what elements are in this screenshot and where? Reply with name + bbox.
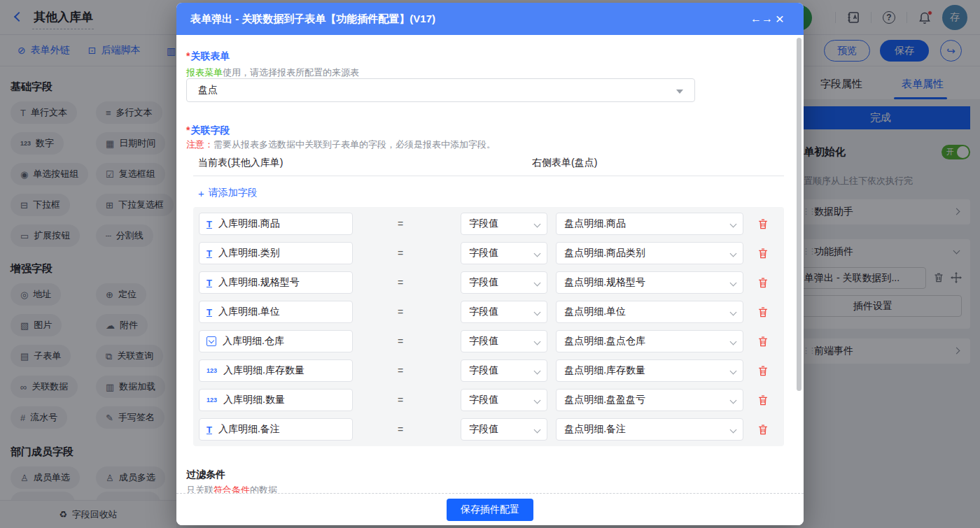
equals-sign: = [398,394,403,406]
chevron-down-icon [534,427,541,434]
right-field-select[interactable]: 盘点明细.备注 [556,418,743,441]
chevron-down-icon [730,368,737,375]
right-field-select[interactable]: 盘点明细.商品类别 [556,242,743,264]
field-mapping-list: T 入库明细.商品 = 字段值 盘点明细.商品 T 入库明细.类别 = 字段值 … [193,207,784,446]
left-field-input[interactable]: 123 入库明细.数量 [199,389,353,411]
filter-condition-description: 只关联符合条件的数据 [186,484,784,493]
field-mapping-row: 入库明细.仓库 = 字段值 盘点明细.盘点仓库 [199,330,778,352]
modal-body: *关联表单 报表菜单使用，请选择报表所配置的来源表 盘点 *关联字段 注意：需要… [176,35,804,493]
save-plugin-config-button[interactable]: 保存插件配置 [447,499,533,521]
field-mapping-row: T 入库明细.商品 = 字段值 盘点明细.商品 [199,213,778,235]
value-type-select[interactable]: 字段值 [461,330,547,352]
plugin-config-modal: 表单弹出 - 关联数据到子表单【功能插件配置】(V17) ←→ × *关联表单 … [176,3,804,525]
left-field-input[interactable]: T 入库明细.备注 [199,418,353,441]
field-mapping-row: T 入库明细.规格型号 = 字段值 盘点明细.规格型号 [199,271,778,294]
left-field-input[interactable]: T 入库明细.类别 [199,242,353,264]
chevron-down-icon [534,280,541,287]
equals-sign: = [398,306,403,317]
left-field-input[interactable]: 入库明细.仓库 [199,330,353,352]
left-field-input[interactable]: T 入库明细.商品 [199,213,353,235]
number-field-icon: 123 [206,397,217,404]
text-field-icon: T [206,248,212,259]
right-field-select[interactable]: 盘点明细.商品 [556,213,743,235]
field-mapping-row: T 入库明细.单位 = 字段值 盘点明细.单位 [199,301,778,323]
chevron-down-icon [534,397,541,404]
delete-row-icon[interactable] [757,424,769,436]
field-mapping-row: 123 入库明细.库存数量 = 字段值 盘点明细.库存数量 [199,359,778,382]
delete-row-icon[interactable] [757,394,769,406]
right-field-select[interactable]: 盘点明细.规格型号 [556,271,743,294]
right-field-select[interactable]: 盘点明细.单位 [556,301,743,323]
modal-scrollbar[interactable] [797,38,802,391]
delete-row-icon[interactable] [757,218,769,230]
value-type-select[interactable]: 字段值 [461,389,547,411]
plus-icon: + [198,187,204,199]
chevron-down-icon [730,309,737,316]
chevron-down-icon [730,250,737,257]
value-type-select[interactable]: 字段值 [461,271,547,294]
caret-down-icon [676,90,683,94]
equals-sign: = [398,248,403,259]
value-type-select[interactable]: 字段值 [461,301,547,323]
mapping-column-headers: 当前表(其他入库单) 右侧表单(盘点) [193,154,784,176]
expand-icon[interactable]: ←→ [750,13,770,25]
value-type-select[interactable]: 字段值 [461,213,547,235]
number-field-icon: 123 [206,367,217,374]
right-field-select[interactable]: 盘点明细.库存数量 [556,359,743,382]
chevron-down-icon [730,221,737,228]
text-field-icon: T [206,424,212,435]
chevron-down-icon [730,280,737,287]
app-page: 其他入库单 ? 存 ⊘ 表单外链 ⊡ 后端脚本 [0,0,980,528]
value-type-select[interactable]: 字段值 [461,359,547,382]
chevron-down-icon [534,338,541,345]
add-field-button[interactable]: + 请添加字段 [198,186,282,200]
left-field-input[interactable]: 123 入库明细.库存数量 [199,359,353,382]
close-icon[interactable]: × [770,10,790,27]
delete-row-icon[interactable] [757,365,769,377]
dropdown-field-icon [206,336,216,346]
source-form-select[interactable]: 盘点 [186,78,695,102]
delete-row-icon[interactable] [757,248,769,259]
equals-sign: = [398,424,403,435]
left-field-input[interactable]: T 入库明细.规格型号 [199,271,353,294]
chevron-down-icon [534,368,541,375]
link-form-help: 报表菜单使用，请选择报表所配置的来源表 [186,66,784,78]
column-right-form: 右侧表单(盘点) [532,157,784,169]
right-field-select[interactable]: 盘点明细.盘点仓库 [556,330,743,352]
value-type-select[interactable]: 字段值 [461,242,547,264]
text-field-icon: T [206,219,212,229]
right-field-select[interactable]: 盘点明细.盘盈盘亏 [556,389,743,411]
field-mapping-row: T 入库明细.类别 = 字段值 盘点明细.商品类别 [199,242,778,264]
chevron-down-icon [730,338,737,345]
value-type-select[interactable]: 字段值 [461,418,547,441]
delete-row-icon[interactable] [757,336,769,348]
chevron-down-icon [534,221,541,228]
field-mapping-row: T 入库明细.备注 = 字段值 盘点明细.备注 [199,418,778,441]
link-fields-label: *关联字段 [186,124,784,137]
chevron-down-icon [534,250,541,257]
delete-row-icon[interactable] [757,277,769,289]
modal-title: 表单弹出 - 关联数据到子表单【功能插件配置】(V17) [190,13,750,26]
modal-header: 表单弹出 - 关联数据到子表单【功能插件配置】(V17) ←→ × [176,3,804,35]
equals-sign: = [398,218,403,229]
modal-footer: 保存插件配置 [176,493,804,525]
filter-condition-label: 过滤条件 [186,469,784,481]
text-field-icon: T [206,307,212,317]
field-mapping-row: 123 入库明细.数量 = 字段值 盘点明细.盘盈盘亏 [199,389,778,411]
chevron-down-icon [534,309,541,316]
text-field-icon: T [206,278,212,288]
chevron-down-icon [730,427,737,434]
equals-sign: = [398,277,403,288]
column-current-table: 当前表(其他入库单) [198,157,283,169]
required-mark: * [186,50,190,62]
link-form-label: *关联表单 [186,50,784,63]
left-field-input[interactable]: T 入库明细.单位 [199,301,353,323]
delete-row-icon[interactable] [757,306,769,318]
filter-condition-link[interactable]: 符合条件 [214,485,250,493]
equals-sign: = [398,365,403,376]
required-mark: * [186,124,190,136]
equals-sign: = [398,336,403,347]
link-fields-note: 注意：需要从报表多选数据中关联到子表单的字段，必须是报表中添加字段。 [186,138,784,150]
chevron-down-icon [730,397,737,404]
